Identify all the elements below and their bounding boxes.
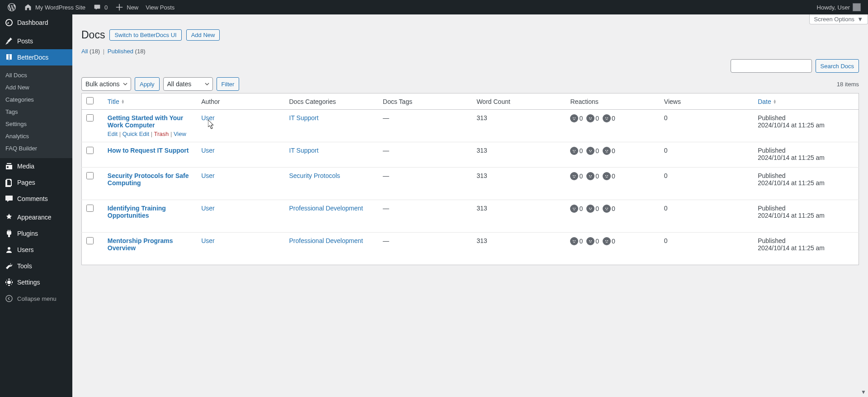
row-checkbox[interactable] [86, 147, 94, 154]
submenu-categories[interactable]: Categories [0, 93, 72, 106]
reaction-face-icon [570, 237, 578, 245]
tags-cell: — [378, 110, 472, 142]
svg-point-2 [575, 117, 576, 118]
site-name[interactable]: My WordPress Site [20, 0, 89, 14]
category-link[interactable]: IT Support [289, 147, 319, 154]
main-content: Screen Options ▼ Docs Switch to BetterDo… [72, 14, 868, 274]
category-link[interactable]: Security Protocols [289, 172, 340, 179]
admin-bar: My WordPress Site 0 New View Posts Howdy… [0, 0, 868, 14]
author-link[interactable]: User [201, 147, 215, 154]
submenu-analytics[interactable]: Analytics [0, 130, 72, 142]
category-link[interactable]: IT Support [289, 114, 319, 121]
menu-betterdocs[interactable]: BetterDocs [0, 49, 72, 65]
col-wordcount: Word Count [472, 93, 566, 110]
row-title-link[interactable]: Getting Started with Your Work Computer [108, 114, 184, 129]
wordcount-cell: 313 [472, 168, 566, 200]
reaction: 0 [603, 172, 615, 180]
reaction: 0 [570, 205, 583, 213]
apply-button[interactable]: Apply [135, 77, 160, 91]
site-name-label: My WordPress Site [35, 4, 85, 11]
filter-button[interactable]: Filter [217, 77, 240, 91]
svg-point-29 [573, 240, 574, 241]
row-title-link[interactable]: Identifying Training Opportunities [108, 205, 166, 219]
new-content[interactable]: New [111, 0, 142, 14]
svg-point-22 [573, 208, 574, 209]
menu-appearance[interactable]: Appearance [0, 209, 72, 225]
view-link[interactable]: View [174, 131, 186, 137]
reaction: 0 [586, 205, 599, 213]
menu-comments[interactable]: Comments [0, 191, 72, 207]
filter-published[interactable]: Published [108, 48, 133, 55]
tags-cell: — [378, 233, 472, 265]
pages-icon [5, 178, 14, 187]
submenu-faq-builder[interactable]: FAQ Builder [0, 142, 72, 154]
submenu-settings[interactable]: Settings [0, 118, 72, 130]
menu-posts[interactable]: Posts [0, 33, 72, 49]
comments-icon [5, 194, 14, 203]
bulk-actions-select[interactable]: Bulk actions [81, 77, 131, 91]
col-tags: Docs Tags [378, 93, 472, 110]
betterdocs-icon [5, 53, 14, 62]
submenu-all-docs[interactable]: All Docs [0, 69, 72, 81]
reaction-face-icon [603, 237, 611, 245]
author-link[interactable]: User [201, 172, 215, 179]
svg-point-6 [605, 117, 606, 118]
search-docs-button[interactable]: Search Docs [816, 59, 859, 73]
wp-logo[interactable] [4, 0, 20, 14]
author-link[interactable]: User [201, 114, 215, 121]
category-link[interactable]: Professional Development [289, 205, 363, 212]
submenu-add-new[interactable]: Add New [0, 81, 72, 93]
menu-users[interactable]: Users [0, 242, 72, 258]
row-checkbox[interactable] [86, 237, 94, 244]
submenu-tags[interactable]: Tags [0, 106, 72, 118]
col-reactions: Reactions [566, 93, 659, 110]
menu-tools[interactable]: Tools [0, 258, 72, 274]
add-new-button[interactable]: Add New [186, 29, 220, 41]
author-link[interactable]: User [201, 205, 215, 212]
quick-edit-link[interactable]: Quick Edit [123, 131, 149, 137]
search-input[interactable] [731, 59, 812, 73]
svg-point-13 [605, 150, 606, 151]
item-count: 18 items [837, 81, 859, 88]
category-link[interactable]: Professional Development [289, 237, 363, 244]
edit-link[interactable]: Edit [108, 131, 118, 137]
screen-options-toggle[interactable]: Screen Options ▼ [809, 14, 868, 24]
reaction-face-icon [603, 147, 611, 155]
menu-pages[interactable]: Pages [0, 174, 72, 191]
row-title-link[interactable]: Mentorship Programs Overview [108, 237, 173, 252]
table-row: Getting Started with Your Work Computer … [82, 110, 859, 142]
row-title-link[interactable]: How to Request IT Support [108, 147, 189, 154]
filter-all[interactable]: All [81, 48, 88, 55]
view-posts[interactable]: View Posts [142, 0, 178, 14]
author-link[interactable]: User [201, 237, 215, 244]
switch-ui-button[interactable]: Switch to BetterDocs UI [109, 29, 181, 41]
reaction-face-icon [570, 147, 578, 155]
reaction-face-icon [586, 147, 594, 155]
col-title[interactable]: Title ▲▼ [103, 93, 197, 110]
row-checkbox[interactable] [86, 114, 94, 121]
avatar [853, 3, 861, 11]
status-filters: All (18) | Published (18) [81, 48, 859, 55]
my-account[interactable]: Howdy, User [813, 0, 864, 14]
row-checkbox[interactable] [86, 205, 94, 212]
select-all-checkbox[interactable] [86, 97, 94, 104]
menu-plugins[interactable]: Plugins [0, 225, 72, 242]
menu-media[interactable]: Media [0, 158, 72, 174]
row-checkbox[interactable] [86, 172, 94, 179]
comment-icon [93, 3, 102, 12]
table-row: How to Request IT Support Edit | Quick E… [82, 142, 859, 168]
trash-link[interactable]: Trash [154, 131, 169, 137]
comments-link[interactable]: 0 [89, 0, 111, 14]
reaction: 0 [570, 172, 583, 180]
reaction-face-icon [603, 172, 611, 180]
svg-point-23 [575, 208, 576, 209]
wordpress-icon [7, 3, 16, 12]
reaction: 0 [603, 114, 615, 122]
menu-dashboard[interactable]: Dashboard [0, 14, 72, 31]
reaction-face-icon [586, 205, 594, 213]
howdy-label: Howdy, User [817, 4, 850, 11]
row-title-link[interactable]: Security Protocols for Safe Computing [108, 172, 189, 187]
col-date[interactable]: Date ▲▼ [753, 93, 859, 110]
dates-select[interactable]: All dates [163, 77, 213, 91]
tags-cell: — [378, 142, 472, 168]
